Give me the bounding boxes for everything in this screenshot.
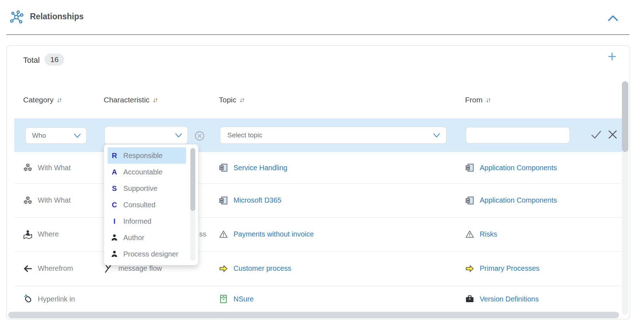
dropdown-scrollbar-thumb[interactable] — [190, 148, 195, 211]
category-select-value: Who — [32, 132, 46, 139]
row-category: With What — [23, 196, 104, 205]
category-label: Hyperlink in — [38, 295, 75, 303]
topic-link[interactable]: NSure — [233, 295, 254, 303]
from-link[interactable]: Risks — [480, 230, 497, 238]
topic-link[interactable]: Microsoft D365 — [233, 196, 282, 204]
characteristic-dropdown: R Responsible A Accountable S Supportive… — [104, 144, 199, 265]
row-topic: Customer process — [219, 264, 465, 273]
category-select[interactable]: Who — [25, 127, 87, 144]
column-header-topic[interactable]: Topic ↓↑ — [219, 96, 245, 104]
table-row: Hyperlink in NSure Version Definitions — [14, 286, 627, 312]
topic-select-placeholder: Select topic — [227, 131, 262, 139]
dropdown-item-responsible[interactable]: R Responsible — [108, 147, 186, 164]
row-topic: NSure — [219, 294, 465, 304]
row-from: Application Components — [465, 163, 627, 172]
warning-icon — [219, 230, 228, 239]
relationships-panel: Total 16 + Category ↓↑ Characteristic ↓↑… — [6, 45, 630, 319]
sort-icon[interactable]: ↓↑ — [239, 96, 245, 104]
column-label: Characteristic — [104, 96, 149, 104]
rasci-letter: I — [110, 217, 118, 225]
page-title: Relationships — [30, 12, 84, 21]
sort-icon[interactable]: ↓↑ — [57, 96, 62, 104]
category-label: With What — [38, 196, 71, 204]
add-relationship-button[interactable]: + — [608, 49, 617, 64]
chevron-up-icon — [606, 13, 620, 24]
characteristic-label: ss — [199, 230, 206, 238]
row-topic: Service Handling — [219, 163, 465, 172]
row-category: With What — [23, 163, 104, 172]
cubes-icon — [23, 196, 32, 205]
topic-select[interactable]: Select topic — [220, 127, 447, 144]
rasci-letter: R — [110, 152, 118, 160]
characteristic-select[interactable] — [104, 126, 188, 144]
row-category: Where — [23, 230, 104, 239]
dropdown-item-process-designer[interactable]: Process designer — [108, 246, 186, 262]
dropdown-item-accountable[interactable]: A Accountable — [108, 164, 186, 180]
from-link[interactable]: Primary Processes — [480, 264, 540, 273]
dropdown-item-label: Consulted — [123, 201, 155, 209]
collapse-section-button[interactable] — [606, 13, 620, 24]
application-component-icon — [219, 163, 228, 172]
arrow-right-yellow-icon — [465, 264, 474, 273]
dropdown-item-label: Process designer — [123, 250, 179, 258]
where-icon — [23, 230, 32, 239]
section-divider — [6, 34, 629, 35]
from-link[interactable]: Version Definitions — [480, 295, 539, 303]
warning-icon — [465, 230, 474, 239]
topic-link[interactable]: Customer process — [233, 264, 291, 273]
circle-x-icon — [194, 131, 205, 141]
folder-black-icon — [465, 294, 474, 304]
row-from: Application Components — [465, 196, 627, 205]
sort-icon[interactable]: ↓↑ — [153, 96, 158, 104]
application-component-icon — [219, 196, 228, 205]
row-category: Wherefrom — [23, 264, 104, 273]
horizontal-scrollbar-thumb[interactable] — [8, 312, 619, 318]
topic-link[interactable]: Service Handling — [233, 164, 287, 172]
column-label: Topic — [219, 96, 236, 104]
clear-characteristic-button[interactable] — [194, 131, 205, 141]
from-link[interactable]: Application Components — [480, 196, 557, 204]
close-icon — [606, 128, 619, 141]
person-icon — [110, 250, 118, 258]
from-input[interactable] — [466, 127, 570, 143]
chevron-down-icon — [432, 131, 441, 139]
column-header-category[interactable]: Category ↓↑ — [23, 96, 62, 104]
row-from: Primary Processes — [465, 264, 627, 273]
total-label: Total — [23, 56, 40, 65]
row-category: Hyperlink in — [23, 294, 104, 304]
dropdown-item-label: Informed — [123, 217, 151, 225]
column-label: From — [465, 96, 483, 104]
chevron-down-icon — [73, 132, 82, 139]
arrow-left-icon — [23, 264, 32, 273]
row-from: Version Definitions — [465, 294, 627, 304]
category-label: Where — [38, 230, 59, 238]
dropdown-item-informed[interactable]: I Informed — [108, 213, 186, 229]
vertical-scrollbar-thumb[interactable] — [622, 81, 628, 152]
column-label: Category — [23, 96, 53, 104]
application-component-icon — [465, 163, 474, 172]
dropdown-item-label: Responsible — [123, 152, 163, 160]
application-component-icon — [465, 196, 474, 205]
person-icon — [110, 234, 118, 242]
dropdown-item-label: Author — [123, 234, 144, 242]
category-label: Wherefrom — [38, 264, 73, 273]
dropdown-item-supportive[interactable]: S Supportive — [108, 180, 186, 197]
column-header-characteristic[interactable]: Characteristic ↓↑ — [104, 96, 158, 104]
dropdown-item-label: Accountable — [123, 168, 163, 176]
from-link[interactable]: Application Components — [480, 164, 557, 172]
arrow-right-yellow-icon — [219, 264, 228, 273]
form-green-icon — [219, 294, 228, 304]
confirm-button[interactable] — [590, 129, 603, 141]
total-count-badge: 16 — [45, 54, 64, 66]
cancel-button[interactable] — [606, 128, 619, 141]
chevron-down-icon — [174, 131, 183, 139]
dropdown-item-author[interactable]: Author — [108, 229, 186, 246]
column-header-from[interactable]: From ↓↑ — [465, 96, 491, 104]
check-icon — [590, 129, 603, 141]
rasci-letter: S — [110, 184, 118, 193]
dropdown-item-consulted[interactable]: C Consulted — [108, 197, 186, 213]
topic-link[interactable]: Payments without invoice — [233, 230, 314, 238]
dropdown-item-label: Supportive — [123, 184, 158, 193]
cubes-icon — [23, 163, 32, 172]
sort-icon[interactable]: ↓↑ — [486, 96, 491, 104]
